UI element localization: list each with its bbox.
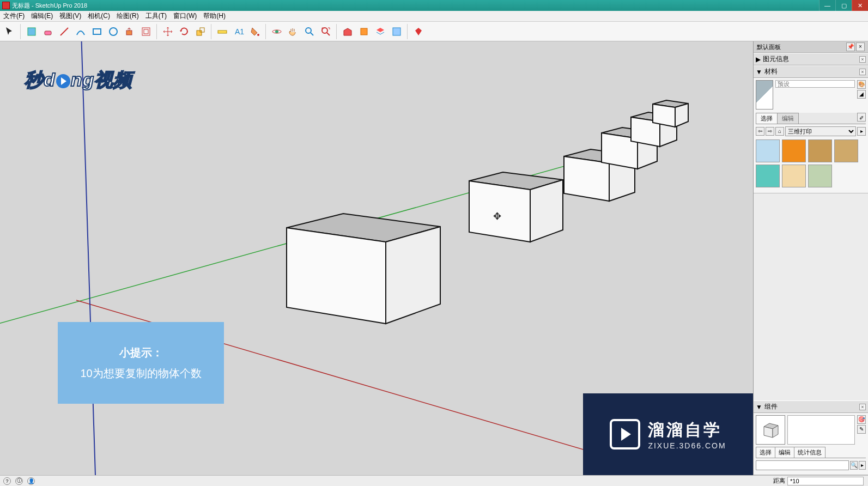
material-swatches bbox=[756, 138, 866, 191]
material-collection-select[interactable]: 三维打印 bbox=[785, 126, 856, 136]
material-swatch[interactable] bbox=[808, 165, 832, 187]
menu-draw[interactable]: 绘图(R) bbox=[113, 11, 142, 21]
nav-fwd-icon[interactable]: ⇨ bbox=[766, 127, 774, 136]
app-icon bbox=[2, 2, 10, 9]
minimize-button[interactable]: — bbox=[819, 0, 835, 11]
material-swatch[interactable] bbox=[782, 165, 806, 187]
components-tab-edit[interactable]: 编辑 bbox=[775, 447, 794, 458]
svg-rect-1 bbox=[45, 31, 51, 35]
panel-entity-info[interactable]: ▶ 图元信息 × bbox=[754, 53, 868, 65]
menu-file[interactable]: 文件(F) bbox=[0, 11, 28, 21]
eyedropper-icon[interactable]: ✐ bbox=[857, 113, 866, 122]
menu-tools[interactable]: 工具(T) bbox=[142, 11, 170, 21]
material-name-input[interactable] bbox=[775, 80, 855, 88]
menu-camera[interactable]: 相机(C) bbox=[84, 11, 113, 21]
menu-window[interactable]: 窗口(W) bbox=[170, 11, 200, 21]
material-swatch[interactable] bbox=[756, 165, 780, 187]
box-object bbox=[466, 156, 567, 246]
ruby-icon[interactable] bbox=[411, 24, 426, 39]
layers-icon[interactable] bbox=[373, 24, 388, 39]
details-icon[interactable]: ▸ bbox=[857, 127, 866, 136]
titlebar: 无标题 - SketchUp Pro 2018 — ▢ ✕ bbox=[0, 0, 868, 11]
tray-header[interactable]: 默认面板 📌 × bbox=[754, 41, 868, 53]
materials-tab-select[interactable]: 选择 bbox=[756, 113, 778, 124]
scale-icon[interactable] bbox=[193, 24, 208, 39]
create-material-icon[interactable]: 🎨 bbox=[857, 80, 866, 89]
materials-tab-edit[interactable]: 编辑 bbox=[777, 113, 799, 124]
svg-rect-9 bbox=[218, 31, 227, 33]
components-tab-stats[interactable]: 统计信息 bbox=[794, 447, 825, 458]
panel-close-icon[interactable]: × bbox=[859, 69, 866, 75]
maximize-button[interactable]: ▢ bbox=[835, 0, 852, 11]
svg-marker-26 bbox=[530, 180, 563, 242]
eraser-icon[interactable] bbox=[40, 24, 56, 39]
toolbar-separator bbox=[265, 24, 266, 39]
svg-point-3 bbox=[110, 28, 117, 35]
outliner-icon[interactable] bbox=[389, 24, 404, 39]
tray-close-icon[interactable]: × bbox=[856, 42, 865, 51]
distance-label: 距离 bbox=[773, 477, 785, 485]
components-tab-select[interactable]: 选择 bbox=[756, 447, 775, 458]
material-swatch[interactable] bbox=[834, 139, 858, 162]
close-button[interactable]: ✕ bbox=[852, 0, 868, 11]
rotate-icon[interactable] bbox=[177, 24, 192, 39]
component-menu-icon[interactable]: ▸ bbox=[859, 461, 866, 470]
home-icon[interactable]: ⌂ bbox=[775, 127, 784, 136]
tip-overlay: 小提示： 10为想要复制的物体个数 bbox=[58, 322, 224, 404]
tray-title: 默认面板 bbox=[757, 43, 781, 51]
panel-close-icon[interactable]: × bbox=[859, 56, 866, 63]
warehouse-icon[interactable] bbox=[340, 24, 355, 39]
pushpull-icon[interactable] bbox=[122, 24, 137, 39]
svg-rect-6 bbox=[144, 29, 148, 34]
menu-help[interactable]: 帮助(H) bbox=[200, 11, 229, 21]
info-icon[interactable]: ⓘ bbox=[15, 477, 23, 485]
menu-edit[interactable]: 编辑(E) bbox=[28, 11, 56, 21]
paint-icon[interactable] bbox=[247, 24, 263, 39]
component-preview[interactable] bbox=[756, 415, 785, 445]
offset-icon[interactable] bbox=[138, 24, 154, 39]
circle-icon[interactable] bbox=[106, 24, 121, 39]
zoom-extents-icon[interactable] bbox=[318, 24, 333, 39]
measurement-input[interactable]: *10 bbox=[787, 477, 864, 485]
extension-icon[interactable] bbox=[356, 24, 372, 39]
component-advanced-icon[interactable]: ✎ bbox=[857, 425, 866, 434]
tape-icon[interactable] bbox=[215, 24, 230, 39]
svg-marker-23 bbox=[386, 227, 440, 324]
material-swatch[interactable] bbox=[756, 139, 780, 162]
help-icon[interactable]: ? bbox=[3, 477, 11, 485]
orbit-icon[interactable] bbox=[269, 24, 284, 39]
panel-materials-header[interactable]: ▼ 材料 × bbox=[754, 65, 868, 78]
component-options-icon[interactable]: 🎯 bbox=[857, 415, 866, 424]
component-description[interactable] bbox=[787, 415, 855, 445]
material-preview[interactable] bbox=[756, 80, 773, 110]
nav-back-icon[interactable]: ⇦ bbox=[756, 127, 764, 136]
panel-title: 图元信息 bbox=[763, 54, 789, 64]
user-icon[interactable]: 👤 bbox=[27, 477, 35, 485]
pan-icon[interactable] bbox=[286, 24, 301, 39]
toolbar: A1 bbox=[0, 22, 868, 41]
panel-components-header[interactable]: ▼ 组件 × bbox=[754, 400, 868, 413]
viewport-3d[interactable]: ✥ 小提示： 10为想要复制的物体个数 秒dng视频 溜溜自学 ZIXUE.3D… bbox=[0, 41, 754, 475]
menu-view[interactable]: 视图(V) bbox=[56, 11, 84, 21]
tip-body: 10为想要复制的物体个数 bbox=[80, 363, 201, 384]
default-material-icon[interactable]: ◢ bbox=[857, 90, 866, 99]
rectangle-icon[interactable] bbox=[89, 24, 105, 39]
material-swatch[interactable] bbox=[782, 139, 806, 162]
text-icon[interactable]: A1 bbox=[231, 24, 246, 39]
tip-heading: 小提示： bbox=[119, 342, 163, 363]
move-icon[interactable] bbox=[160, 24, 175, 39]
menubar: 文件(F) 编辑(E) 视图(V) 相机(C) 绘图(R) 工具(T) 窗口(W… bbox=[0, 11, 868, 22]
search-icon[interactable]: 🔍 bbox=[850, 461, 858, 470]
component-search-input[interactable] bbox=[756, 460, 849, 470]
line-icon[interactable] bbox=[57, 24, 72, 39]
box-object bbox=[651, 93, 689, 131]
zoom-icon[interactable] bbox=[302, 24, 317, 39]
pin-icon[interactable]: 📌 bbox=[846, 42, 855, 51]
panel-close-icon[interactable]: × bbox=[859, 404, 866, 410]
toolbar-separator bbox=[336, 24, 337, 39]
arc-icon[interactable] bbox=[73, 24, 88, 39]
collapse-icon: ▼ bbox=[756, 403, 762, 411]
template-icon[interactable] bbox=[24, 24, 39, 39]
material-swatch[interactable] bbox=[808, 139, 832, 162]
select-tool-icon[interactable] bbox=[2, 24, 17, 39]
